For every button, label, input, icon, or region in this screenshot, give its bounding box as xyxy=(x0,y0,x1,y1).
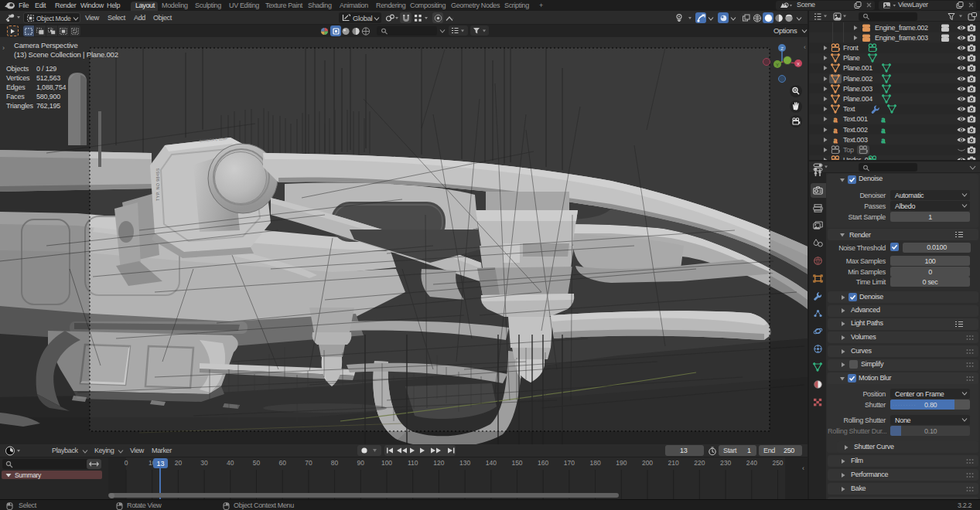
svg-text:140: 140 xyxy=(486,459,497,467)
svg-text:512,563: 512,563 xyxy=(36,74,60,82)
svg-text:250: 250 xyxy=(772,459,783,467)
svg-text:580,900: 580,900 xyxy=(36,93,60,100)
svg-text:‹: ‹ xyxy=(804,43,806,51)
svg-text:TYP. NO 9845S: TYP. NO 9845S xyxy=(155,168,160,201)
svg-text:170: 170 xyxy=(564,459,575,467)
svg-text:60: 60 xyxy=(278,459,286,467)
svg-text:190: 190 xyxy=(616,459,627,467)
svg-text:100: 100 xyxy=(381,459,392,467)
svg-text:Objects: Objects xyxy=(6,65,29,73)
svg-text:Y: Y xyxy=(776,63,779,67)
svg-text:160: 160 xyxy=(538,459,548,467)
svg-text:Camera Perspective: Camera Perspective xyxy=(14,41,77,49)
svg-text:210: 210 xyxy=(668,459,679,467)
svg-text:180: 180 xyxy=(590,459,601,467)
svg-text:13: 13 xyxy=(156,460,164,468)
svg-text:(13) Scene Collection | Plane.: (13) Scene Collection | Plane.002 xyxy=(14,50,118,59)
svg-text:130: 130 xyxy=(459,459,470,467)
svg-text:Vertices: Vertices xyxy=(6,74,30,82)
svg-text:Triangles: Triangles xyxy=(6,102,34,110)
svg-text:90: 90 xyxy=(357,459,365,467)
svg-text:20: 20 xyxy=(175,459,183,467)
svg-text:230: 230 xyxy=(720,459,731,467)
svg-text:0: 0 xyxy=(125,459,128,467)
svg-text:240: 240 xyxy=(746,459,757,467)
svg-text:110: 110 xyxy=(408,459,418,467)
svg-text:150: 150 xyxy=(511,459,522,467)
svg-text:762,195: 762,195 xyxy=(36,102,60,110)
svg-text:0 / 129: 0 / 129 xyxy=(36,65,56,73)
svg-text:Faces: Faces xyxy=(6,93,25,100)
svg-text:X: X xyxy=(797,62,800,66)
svg-text:120: 120 xyxy=(433,459,444,467)
svg-text:›: › xyxy=(2,44,5,52)
svg-text:40: 40 xyxy=(227,459,234,467)
svg-text:Edges: Edges xyxy=(6,83,26,91)
svg-text:220: 220 xyxy=(694,459,705,467)
svg-text:1,088,754: 1,088,754 xyxy=(36,83,66,91)
svg-text:200: 200 xyxy=(642,459,653,467)
svg-text:80: 80 xyxy=(331,459,339,467)
svg-text:50: 50 xyxy=(253,459,261,467)
svg-text:30: 30 xyxy=(200,459,208,467)
svg-text:Z: Z xyxy=(780,46,784,51)
svg-text:70: 70 xyxy=(305,459,312,467)
